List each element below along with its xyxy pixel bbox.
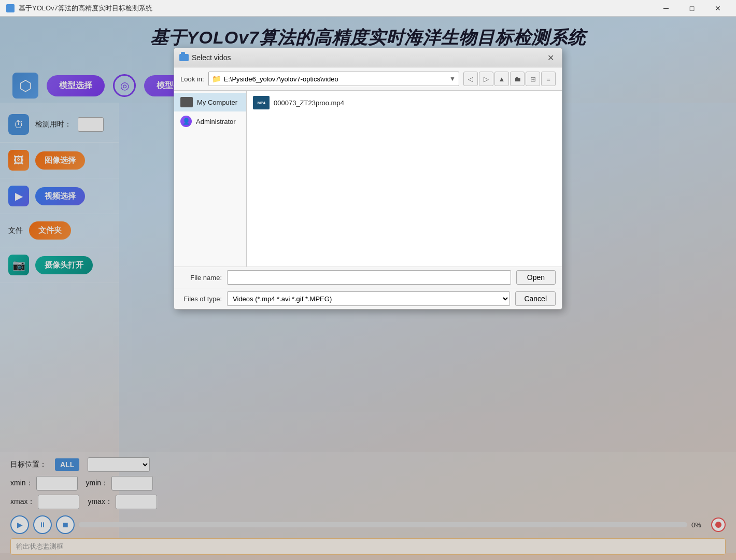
lookin-path: E:\Pyside6_yolov7\yolov7-optics\video [224, 75, 338, 83]
places-panel: My Computer 👤 Administrator [174, 91, 247, 267]
window-title: 基于YOLOv7算法的高精度实时目标检测系统 [19, 4, 152, 13]
dialog-overlay: Select vidos ✕ Look in: 📁 E:\Pyside6_yol… [0, 17, 736, 560]
app-icon [6, 4, 15, 12]
nav-back-button[interactable]: ◁ [463, 72, 478, 86]
place-administrator[interactable]: 👤 Administrator [174, 111, 246, 131]
file-name: 000073_ZT23proo.mp4 [274, 99, 344, 107]
nav-up-button[interactable]: ▲ [494, 72, 509, 86]
title-bar-controls: ─ □ ✕ [654, 0, 730, 17]
open-button[interactable]: Open [516, 270, 556, 285]
lookin-folder-icon: 📁 [212, 75, 221, 83]
lookin-toolbar: ◁ ▷ ▲ 🖿 ⊞ ≡ [463, 72, 556, 86]
filetype-label: Files of type: [180, 295, 222, 303]
filename-input[interactable] [227, 270, 511, 285]
dialog-title: Select vidos [192, 53, 231, 62]
file-type-row: Files of type: Videos (*.mp4 *.avi *.gif… [174, 288, 562, 309]
mp4-icon: MP4 [253, 96, 270, 109]
file-item[interactable]: MP4 000073_ZT23proo.mp4 [249, 93, 560, 113]
lookin-dropdown-arrow: ▼ [449, 75, 456, 82]
file-dialog: Select vidos ✕ Look in: 📁 E:\Pyside6_yol… [174, 48, 562, 310]
nav-recent-button[interactable]: 🖿 [510, 72, 525, 86]
place-user-label: Administrator [196, 118, 236, 125]
lookin-row: Look in: 📁 E:\Pyside6_yolov7\yolov7-opti… [174, 67, 562, 90]
file-name-row: File name: Open [174, 267, 562, 288]
nav-list-button[interactable]: ≡ [541, 72, 556, 86]
nav-grid-button[interactable]: ⊞ [526, 72, 540, 86]
dialog-folder-icon [179, 54, 189, 61]
dialog-titlebar: Select vidos ✕ [174, 48, 562, 67]
nav-forward-button[interactable]: ▷ [479, 72, 493, 86]
title-bar: 基于YOLOv7算法的高精度实时目标检测系统 ─ □ ✕ [0, 0, 736, 17]
close-button[interactable]: ✕ [706, 0, 730, 17]
lookin-label: Look in: [180, 75, 204, 83]
user-icon: 👤 [180, 116, 192, 127]
files-panel[interactable]: MP4 000073_ZT23proo.mp4 [247, 91, 562, 267]
place-my-computer[interactable]: My Computer [174, 93, 246, 111]
lookin-combo[interactable]: 📁 E:\Pyside6_yolov7\yolov7-optics\video … [208, 72, 459, 86]
dialog-close-button[interactable]: ✕ [544, 51, 557, 64]
place-computer-label: My Computer [197, 99, 237, 106]
minimize-button[interactable]: ─ [654, 0, 678, 17]
computer-icon [180, 97, 193, 107]
dialog-title-left: Select vidos [179, 53, 231, 62]
filetype-select[interactable]: Videos (*.mp4 *.avi *.gif *.MPEG) [227, 291, 510, 306]
maximize-button[interactable]: □ [680, 0, 704, 17]
title-bar-left: 基于YOLOv7算法的高精度实时目标检测系统 [6, 4, 152, 13]
cancel-button[interactable]: Cancel [515, 291, 556, 306]
file-browser: My Computer 👤 Administrator MP4 000073_Z… [174, 90, 562, 267]
filename-label: File name: [180, 274, 222, 282]
